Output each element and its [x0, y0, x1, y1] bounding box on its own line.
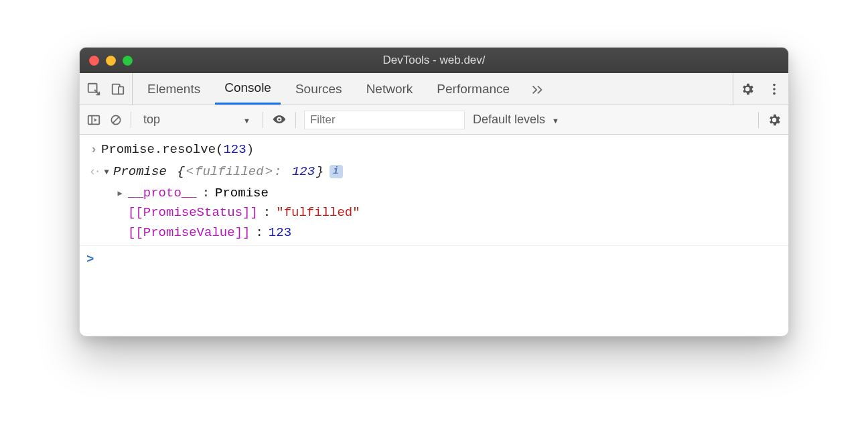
tree-status[interactable]: [[PromiseStatus]] : "fulfilled" [94, 203, 788, 223]
console-prompt[interactable]: > [80, 245, 788, 279]
tab-label: Elements [147, 82, 200, 97]
svg-point-4 [773, 88, 776, 90]
output-marker-icon [86, 162, 101, 182]
svg-point-3 [773, 83, 776, 86]
levels-label: Default levels [473, 113, 545, 127]
result-value: 123 [292, 162, 315, 182]
colon: : [202, 184, 210, 203]
svg-point-5 [773, 92, 776, 95]
proto-key: __proto__ [128, 184, 197, 203]
settings-icon[interactable] [740, 82, 755, 97]
titlebar: DevTools - web.dev/ [80, 48, 788, 73]
tree-value[interactable]: [[PromiseValue]] : 123 [94, 223, 788, 243]
expand-icon[interactable] [115, 186, 125, 201]
kebab-menu-icon[interactable] [767, 82, 782, 97]
result-type: Promise [113, 162, 167, 182]
console-result[interactable]: Promise { < fulfilled > : 123 } i [80, 161, 788, 183]
console-input-echo[interactable]: Promise.resolve(123) [80, 139, 788, 161]
proto-value: Promise [215, 184, 269, 203]
colon: : [274, 162, 281, 182]
object-tree: __proto__ : Promise [[PromiseStatus]] : … [80, 184, 788, 243]
brace [168, 162, 175, 182]
console-output: Promise.resolve(123) Promise { < fulfill… [80, 135, 788, 336]
svg-point-8 [278, 118, 280, 120]
zoom-window-icon[interactable] [123, 56, 133, 66]
more-tabs-icon[interactable] [530, 82, 545, 97]
window-controls [80, 56, 133, 66]
tab-label: Network [366, 82, 413, 97]
collapse-icon[interactable] [101, 165, 112, 180]
svg-rect-6 [88, 115, 100, 124]
chevron-down-icon [549, 113, 559, 127]
tree-proto[interactable]: __proto__ : Promise [94, 184, 788, 203]
result-state: fulfilled [195, 162, 264, 182]
tab-sources[interactable]: Sources [286, 73, 352, 105]
code-text: ) [246, 142, 254, 157]
code-number: 123 [223, 142, 246, 157]
window-title: DevTools - web.dev/ [80, 54, 788, 67]
tab-label: Console [224, 80, 271, 95]
context-label: top [143, 113, 160, 127]
tab-label: Performance [437, 82, 510, 97]
colon: : [255, 223, 263, 243]
brace: { [177, 162, 184, 182]
live-expression-icon[interactable] [271, 112, 287, 128]
clear-console-icon[interactable] [109, 113, 123, 127]
execution-context-select[interactable]: top [139, 113, 255, 127]
angle: < [186, 162, 194, 182]
filter-input[interactable] [304, 111, 465, 129]
input-marker-icon [86, 140, 101, 160]
internal-key: [[PromiseValue]] [128, 223, 250, 243]
console-toolbar: top Default levels [80, 105, 788, 135]
tab-label: Sources [295, 82, 342, 97]
code-text: Promise.resolve( [101, 142, 223, 157]
toggle-sidebar-icon[interactable] [86, 113, 101, 127]
blank-area [80, 280, 788, 333]
close-window-icon[interactable] [89, 56, 99, 66]
svg-rect-2 [119, 86, 123, 94]
tab-network[interactable]: Network [357, 73, 423, 105]
log-levels-select[interactable]: Default levels [473, 113, 559, 127]
devtools-window: DevTools - web.dev/ Elements Console Sou… [79, 47, 789, 336]
prompt-marker-icon: > [86, 250, 94, 269]
device-toolbar-icon[interactable] [111, 82, 125, 97]
brace: } [316, 162, 323, 182]
inspect-element-icon[interactable] [86, 82, 101, 97]
chevron-down-icon [240, 113, 250, 127]
angle: > [265, 162, 273, 182]
colon: : [263, 203, 271, 223]
internal-key: [[PromiseStatus]] [128, 203, 258, 223]
console-settings-icon[interactable] [767, 113, 782, 127]
tab-performance[interactable]: Performance [427, 73, 519, 105]
value-value: 123 [269, 223, 291, 243]
info-icon[interactable]: i [330, 165, 343, 178]
tab-console[interactable]: Console [215, 73, 281, 105]
tab-elements[interactable]: Elements [138, 73, 210, 105]
panel-tabs: Elements Console Sources Network Perform… [80, 73, 788, 105]
status-value: "fulfilled" [276, 203, 360, 223]
minimize-window-icon[interactable] [106, 56, 116, 66]
